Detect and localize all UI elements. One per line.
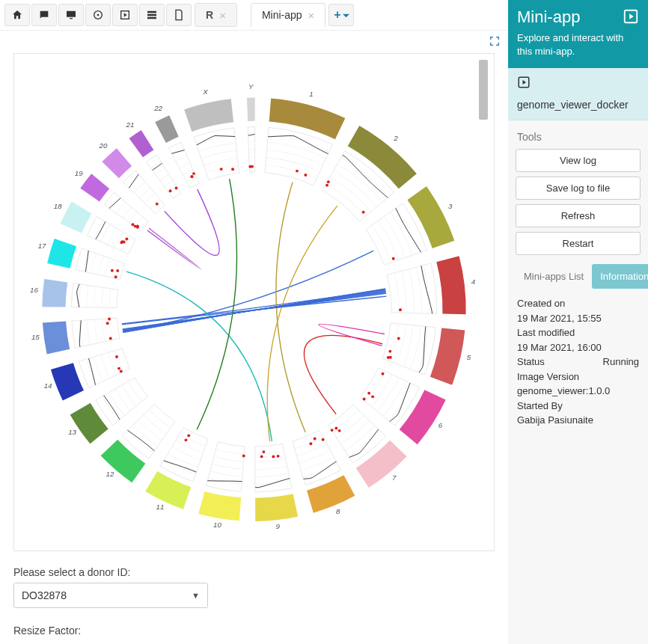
svg-point-53: [190, 175, 193, 178]
info-created-value: 19 Mar 2021, 15:55: [517, 311, 639, 326]
svg-point-14: [367, 392, 370, 395]
chrom-label-6: 6: [438, 421, 443, 429]
refresh-button[interactable]: Refresh: [516, 204, 641, 227]
ideogram-21: [129, 130, 154, 157]
table-icon[interactable]: [139, 4, 165, 26]
svg-point-57: [248, 165, 251, 168]
svg-point-30: [185, 438, 188, 441]
chrom-label-9: 9: [275, 522, 280, 530]
caret-down-icon: ▼: [192, 591, 200, 600]
ideogram-Y: [247, 98, 255, 121]
tab-r[interactable]: R ×: [195, 3, 237, 27]
tab-miniapp-label: Mini-app: [262, 9, 302, 21]
svg-point-28: [242, 455, 245, 458]
chrom-label-17: 17: [38, 242, 46, 250]
close-icon[interactable]: ×: [308, 10, 315, 21]
svg-point-18: [334, 427, 337, 430]
chrom-label-21: 21: [126, 120, 135, 129]
chrom-label-19: 19: [75, 169, 83, 177]
svg-point-54: [231, 168, 234, 171]
new-tab-button[interactable]: +: [328, 4, 354, 26]
svg-point-51: [192, 172, 195, 175]
svg-point-17: [382, 372, 385, 375]
svg-point-29: [187, 434, 190, 437]
donor-id-select[interactable]: DO32878 ▼: [13, 583, 208, 608]
chrom-label-4: 4: [471, 277, 476, 286]
play-square-icon: [517, 76, 531, 89]
svg-point-45: [132, 223, 135, 226]
svg-point-12: [387, 356, 390, 359]
circos-plot: 12345678910111213141516171819202122XY: [13, 53, 495, 551]
ideogram-18: [61, 202, 92, 233]
save-log-button[interactable]: Save log to file: [516, 177, 641, 200]
circos-svg: 12345678910111213141516171819202122XY: [20, 60, 488, 545]
expand-icon[interactable]: [489, 35, 501, 49]
svg-point-1: [97, 14, 100, 16]
svg-point-40: [125, 238, 128, 241]
view-log-button[interactable]: View log: [516, 149, 641, 172]
chrom-label-3: 3: [448, 202, 453, 210]
svg-point-13: [397, 337, 400, 340]
chrom-label-5: 5: [467, 353, 471, 361]
ideogram-16: [42, 279, 67, 307]
tools-label: Tools: [517, 131, 641, 143]
svg-point-37: [114, 275, 117, 278]
app-name: genome_viewer_docker: [517, 99, 639, 111]
chrom-label-15: 15: [31, 333, 40, 341]
close-icon[interactable]: ×: [219, 10, 226, 21]
chrom-label-16: 16: [30, 286, 38, 294]
svg-point-20: [338, 429, 341, 432]
svg-point-36: [109, 337, 112, 340]
chrom-label-2: 2: [393, 134, 398, 142]
svg-point-38: [116, 269, 119, 272]
ideogram-20: [102, 148, 132, 178]
svg-point-50: [169, 189, 172, 192]
restart-button[interactable]: Restart: [516, 232, 641, 255]
svg-point-39: [111, 269, 114, 272]
donor-id-value: DO32878: [22, 589, 67, 601]
side-subtitle: Explore and interact with this mini-app.: [517, 31, 639, 58]
tab-information[interactable]: Information: [592, 264, 648, 289]
target-icon[interactable]: [85, 4, 111, 26]
svg-point-19: [331, 429, 334, 432]
side-title: Mini-app: [517, 7, 580, 27]
chat-icon[interactable]: [31, 4, 57, 26]
play-square-icon[interactable]: [112, 4, 138, 26]
svg-point-49: [175, 187, 178, 190]
top-toolbar: R × Mini-app × +: [0, 0, 508, 31]
info-status-label: Status: [517, 355, 545, 369]
svg-point-23: [309, 442, 312, 445]
svg-point-21: [322, 438, 325, 441]
chrom-label-7: 7: [392, 473, 397, 482]
file-icon[interactable]: [166, 4, 192, 26]
svg-point-15: [363, 398, 366, 401]
svg-point-25: [262, 450, 265, 453]
desktop-icon[interactable]: [58, 4, 84, 26]
chrom-label-X: X: [202, 88, 208, 96]
scrollbar[interactable]: [479, 60, 488, 120]
info-image-label: Image Version: [517, 369, 639, 384]
chrom-label-14: 14: [44, 381, 52, 390]
chrom-label-8: 8: [336, 507, 340, 515]
svg-point-32: [120, 369, 123, 372]
ideogram-X: [184, 99, 233, 132]
svg-point-24: [277, 455, 280, 458]
donor-id-label: Please select a donor ID:: [13, 566, 495, 578]
home-icon[interactable]: [4, 4, 30, 26]
svg-point-31: [117, 367, 120, 370]
ideogram-10: [198, 491, 241, 521]
svg-point-6: [327, 180, 330, 183]
tab-miniapps-list[interactable]: Mini-apps List: [516, 264, 592, 289]
svg-point-35: [106, 322, 109, 325]
play-square-icon[interactable]: [623, 8, 639, 27]
svg-point-4: [296, 170, 299, 173]
svg-point-27: [272, 455, 275, 458]
ideogram-5: [430, 328, 465, 385]
tab-miniapp[interactable]: Mini-app ×: [251, 3, 325, 27]
info-modified-label: Last modified: [517, 325, 639, 340]
ideogram-14: [51, 363, 84, 400]
svg-point-5: [325, 184, 328, 187]
info-block: Created on 19 Mar 2021, 15:55 Last modif…: [516, 289, 641, 435]
resize-factor-label: Resize Factor:: [13, 625, 495, 637]
chrom-label-22: 22: [153, 104, 162, 112]
